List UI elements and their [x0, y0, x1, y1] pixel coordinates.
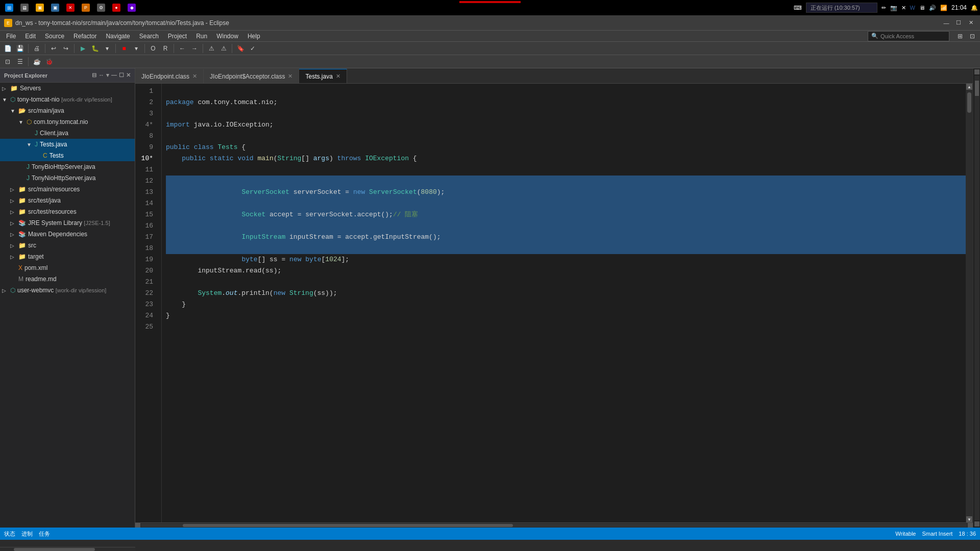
java-perspective[interactable]: ☕: [31, 56, 42, 67]
view-layout-btn[interactable]: ⊞: [954, 31, 966, 42]
taskbar-app-6[interactable]: ⚙: [94, 1, 108, 14]
bookmark-btn[interactable]: 🔖: [235, 43, 246, 54]
scroll-left-btn[interactable]: [135, 523, 140, 528]
tree-servers[interactable]: ▷ 📁 Servers: [0, 83, 135, 94]
tab-close-2[interactable]: ✕: [288, 73, 292, 80]
task-btn[interactable]: ✓: [247, 43, 258, 54]
close-top-icon[interactable]: ✕: [901, 5, 906, 11]
taskbar-app-2[interactable]: ▣: [33, 1, 47, 14]
tab-tests-java[interactable]: Tests.java ✕: [299, 69, 347, 83]
editor-content[interactable]: 1 2 3 4* 8 9 10* 11 12 13 14 15 16 17 18…: [135, 84, 973, 522]
next-error-btn[interactable]: ⚠: [206, 43, 217, 54]
taskbar-app-7[interactable]: ●: [109, 1, 124, 14]
back-btn[interactable]: ←: [177, 43, 188, 54]
overview-thumb[interactable]: [975, 81, 979, 96]
tab-jioendpoint-acceptor[interactable]: JIoEndpoint$Acceptor.class ✕: [204, 69, 299, 83]
tree-maven[interactable]: ▷ 📚 Maven Dependencies: [0, 229, 135, 240]
open-views-btn[interactable]: ☰: [14, 56, 26, 67]
tree-tony-nio[interactable]: J TonyNioHttpServer.java: [0, 172, 135, 184]
status-position[interactable]: 18 : 36: [959, 531, 976, 537]
tree-src-main-resources[interactable]: ▷ 📁 src/main/resources: [0, 184, 135, 195]
horizontal-scrollbar[interactable]: [135, 522, 973, 528]
menu-edit[interactable]: Edit: [21, 31, 40, 41]
taskbar-app-3[interactable]: ▣: [48, 1, 62, 14]
open-resource-btn[interactable]: R: [160, 43, 171, 54]
menu-refactor[interactable]: Refactor: [69, 31, 101, 41]
minimize-button[interactable]: —: [941, 19, 951, 27]
menu-window[interactable]: Window: [212, 31, 242, 41]
h-scroll-track[interactable]: [141, 524, 967, 527]
close-button[interactable]: ✕: [966, 19, 976, 27]
tree-jre[interactable]: ▷ 📚 JRE System Library [J2SE-1.5]: [0, 217, 135, 229]
open-type-btn[interactable]: O: [148, 43, 159, 54]
tree-user-webmvc[interactable]: ▷ ⬡ user-webmvc [work-dir vip/lession]: [0, 285, 135, 296]
tab-close-3[interactable]: ✕: [336, 73, 340, 80]
menu-run[interactable]: Run: [192, 31, 211, 41]
taskbar-app-5[interactable]: P: [79, 1, 93, 14]
status-encoding[interactable]: 进制: [21, 530, 33, 538]
scroll-down-btn[interactable]: ▼: [966, 516, 972, 522]
start-button[interactable]: ⊞: [2, 1, 16, 14]
save-btn[interactable]: 💾: [14, 43, 26, 54]
menu-search[interactable]: Search: [135, 31, 163, 41]
code-content[interactable]: package com.tony.tomcat.nio; import java…: [162, 84, 966, 522]
open-perspective-btn[interactable]: ⊡: [2, 56, 13, 67]
taskbar-app-8[interactable]: ◆: [125, 1, 139, 14]
stop-btn[interactable]: ■: [118, 43, 130, 54]
tree-src-test-resources[interactable]: ▷ 📁 src/test/resources: [0, 206, 135, 217]
status-tasks[interactable]: 任务: [39, 530, 50, 538]
tree-src-main-java[interactable]: ▼ 📂 src/main/java: [0, 105, 135, 116]
tree-tony-tomcat-nio[interactable]: ▼ ⬡ tony-tomcat-nio [work-dir vip/lessio…: [0, 94, 135, 105]
overview-scroll-down[interactable]: [974, 521, 979, 527]
tree-package[interactable]: ▼ ⬡ com.tony.tomcat.nio: [0, 116, 135, 128]
overview-track[interactable]: [974, 76, 979, 520]
overview-scroll-up[interactable]: [974, 69, 979, 74]
vertical-scrollbar[interactable]: ▲ ▼: [966, 84, 973, 522]
prev-error-btn[interactable]: ⚠: [218, 43, 229, 54]
tree-tony-bio[interactable]: J TonyBioHttpServer.java: [0, 161, 135, 172]
status-writable[interactable]: Writable: [895, 531, 916, 537]
menu-navigate[interactable]: Navigate: [102, 31, 134, 41]
maximize-button[interactable]: ☐: [953, 19, 964, 27]
redo-btn[interactable]: ↪: [60, 43, 71, 54]
tab-close-1[interactable]: ✕: [192, 73, 197, 80]
debug-btn[interactable]: 🐛: [89, 43, 101, 54]
maximize-view-icon[interactable]: ☐: [119, 72, 124, 79]
notification-icon[interactable]: 🔔: [971, 5, 978, 11]
tree-tests-class[interactable]: C Tests: [0, 150, 135, 161]
menu-file[interactable]: File: [2, 31, 20, 41]
close-view-icon[interactable]: ✕: [126, 72, 131, 79]
status-state[interactable]: 状态: [4, 530, 15, 538]
run-btn[interactable]: ▶: [77, 43, 88, 54]
tab-jioendpoint[interactable]: JIoEndpoint.class ✕: [135, 69, 204, 83]
tree-tests-java[interactable]: ▼ J Tests.java: [0, 139, 135, 150]
view-menu-icon[interactable]: ▾: [106, 72, 109, 79]
scroll-thumb[interactable]: [967, 92, 971, 113]
collapse-all-icon[interactable]: ⊟: [92, 72, 96, 79]
menu-project[interactable]: Project: [164, 31, 191, 41]
undo-btn[interactable]: ↩: [48, 43, 59, 54]
perspective-btn[interactable]: ⊡: [967, 31, 978, 42]
print-btn[interactable]: 🖨: [31, 43, 42, 54]
tree-src-test-java[interactable]: ▷ 📁 src/test/java: [0, 195, 135, 206]
tree-src[interactable]: ▷ 📁 src: [0, 240, 135, 251]
menu-source[interactable]: Source: [41, 31, 68, 41]
new-btn[interactable]: 📄: [2, 43, 13, 54]
taskbar-app-1[interactable]: 🖥: [17, 1, 32, 14]
tree-readme[interactable]: M readme.md: [0, 273, 135, 285]
link-with-editor-icon[interactable]: ↔: [99, 72, 104, 79]
scroll-up-btn[interactable]: ▲: [966, 84, 972, 90]
quick-access-input[interactable]: 🔍 Quick Access: [868, 31, 949, 41]
taskbar-app-4[interactable]: ✕: [63, 1, 78, 14]
forward-btn[interactable]: →: [189, 43, 200, 54]
stop-config-btn[interactable]: ▾: [131, 43, 142, 54]
tree-target[interactable]: ▷ 📁 target: [0, 251, 135, 262]
scroll-track[interactable]: [966, 90, 973, 516]
tree-client-java[interactable]: J Client.java: [0, 128, 135, 139]
status-smart-insert[interactable]: Smart Insert: [922, 531, 952, 537]
menu-help[interactable]: Help: [243, 31, 264, 41]
run-config-btn[interactable]: ▾: [102, 43, 113, 54]
minimize-view-icon[interactable]: —: [111, 72, 117, 79]
tree-pom[interactable]: X pom.xml: [0, 262, 135, 273]
h-scroll-thumb[interactable]: [183, 524, 513, 527]
